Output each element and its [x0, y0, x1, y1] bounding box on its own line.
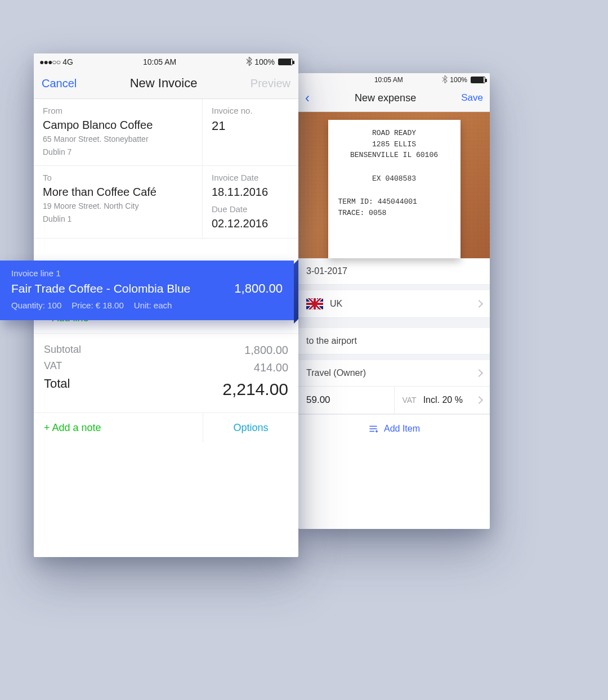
- price-value: € 18.00: [96, 300, 124, 310]
- totals-block: Subtotal VAT Total 1,800.00 414.00 2,214…: [34, 334, 298, 414]
- invoice-number-cell[interactable]: Invoice no. 21: [203, 99, 298, 166]
- from-addr1: 65 Manor Street. Stoneybatter: [43, 134, 193, 145]
- clock: 10:05 AM: [143, 57, 176, 66]
- receipt-line: BENSENVILLE IL 60106: [333, 150, 456, 161]
- to-name: More than Coffee Café: [43, 186, 193, 199]
- invoice-line-amount: 1,800.00: [234, 281, 283, 296]
- to-label: To: [43, 173, 193, 182]
- add-note-button[interactable]: + Add a note: [34, 413, 203, 443]
- invoice-no-label: Invoice no.: [212, 106, 289, 115]
- unit-label: Unit:: [134, 300, 151, 310]
- expense-category: Travel (Owner): [306, 368, 366, 378]
- flag-uk-icon: [306, 298, 323, 309]
- subtotal-value: 1,800.00: [222, 342, 288, 359]
- options-button[interactable]: Options: [203, 413, 298, 443]
- battery-pct: 100%: [450, 76, 467, 84]
- price-label: Price:: [71, 300, 93, 310]
- nav-bar: Cancel New Invoice Preview: [34, 70, 298, 99]
- invoice-line-meta: Quantity: 100 Price: € 18.00 Unit: each: [11, 300, 283, 310]
- to-addr1: 19 Moore Street. North City: [43, 201, 193, 212]
- expense-country: UK: [330, 299, 342, 309]
- expense-screen: ●●●○○ 4G 10:05 AM 100% ‹ New expense Sav…: [298, 73, 490, 529]
- vat-label: VAT: [44, 358, 222, 374]
- receipt-photo[interactable]: ROAD READY 1285 ELLIS BENSENVILLE IL 601…: [298, 112, 490, 258]
- to-cell[interactable]: To More than Coffee Café 19 Moore Street…: [34, 166, 203, 239]
- receipt-line: EX 0408583: [333, 173, 456, 185]
- battery-icon: [278, 59, 293, 65]
- add-item-icon: [368, 424, 378, 434]
- header-grid-row-2: To More than Coffee Café 19 Moore Street…: [34, 166, 298, 239]
- status-bar: ●●●○○ 4G 10:05 AM 100%: [34, 53, 298, 70]
- invoice-no-value: 21: [212, 119, 289, 133]
- signal-dots-icon: ●●●○○: [39, 57, 60, 66]
- battery-icon: [471, 77, 485, 83]
- nav-bar: ‹ New expense Save: [298, 87, 490, 112]
- invoice-date-value: 18.11.2016: [212, 186, 289, 199]
- receipt-paper: ROAD READY 1285 ELLIS BENSENVILLE IL 601…: [328, 120, 461, 258]
- preview-button[interactable]: Preview: [251, 77, 290, 90]
- chevron-right-icon: [475, 300, 483, 308]
- subtotal-label: Subtotal: [44, 342, 222, 358]
- options-label: Options: [233, 422, 268, 434]
- expense-date: 3-01-2017: [306, 266, 347, 276]
- nav-title: New Invoice: [130, 76, 198, 91]
- from-cell[interactable]: From Campo Blanco Coffee 65 Manor Street…: [34, 99, 203, 166]
- dates-cell[interactable]: Invoice Date 18.11.2016 Due Date 02.12.2…: [203, 166, 298, 239]
- vat-label: VAT: [403, 396, 417, 405]
- invoice-line-name: Fair Trade Coffee - Colombia Blue: [11, 282, 234, 295]
- battery-pct: 100%: [254, 57, 275, 66]
- qty-value: 100: [47, 300, 61, 310]
- vat-value: Incl. 20 %: [423, 395, 463, 405]
- add-item-button[interactable]: Add Item: [298, 414, 490, 443]
- to-addr2: Dublin 1: [43, 214, 193, 225]
- bluetooth-icon: [246, 57, 252, 68]
- chevron-right-icon: [475, 369, 483, 377]
- unit-value: each: [154, 300, 172, 310]
- save-button[interactable]: Save: [461, 92, 483, 104]
- invoice-date-label: Invoice Date: [212, 173, 289, 182]
- receipt-line: ROAD READY: [333, 128, 456, 139]
- expense-category-row[interactable]: Travel (Owner): [298, 355, 490, 387]
- header-grid-row-1: From Campo Blanco Coffee 65 Manor Street…: [34, 99, 298, 166]
- vat-value: 414.00: [222, 359, 288, 376]
- due-date-label: Due Date: [212, 204, 289, 214]
- from-name: Campo Blanco Coffee: [43, 119, 193, 132]
- expense-amount[interactable]: 59.00: [298, 387, 395, 414]
- receipt-line: 1285 ELLIS: [333, 139, 456, 150]
- chevron-right-icon: [475, 396, 483, 404]
- cancel-button[interactable]: Cancel: [42, 77, 77, 90]
- carrier-label: 4G: [62, 57, 73, 66]
- status-bar: ●●●○○ 4G 10:05 AM 100%: [298, 73, 490, 87]
- nav-title: New expense: [355, 92, 416, 104]
- bottom-row: + Add a note Options: [34, 413, 298, 443]
- expense-country-row[interactable]: UK: [298, 285, 490, 318]
- clock: 10:05 AM: [374, 76, 403, 84]
- due-date-value: 02.12.2016: [212, 217, 289, 230]
- expense-desc-row[interactable]: to the airport: [298, 318, 490, 355]
- add-item-label: Add Item: [384, 424, 420, 434]
- from-addr2: Dublin 7: [43, 147, 193, 158]
- receipt-line: TERM ID: 445044001: [333, 196, 456, 208]
- from-label: From: [43, 106, 193, 115]
- expense-vat-cell[interactable]: VAT Incl. 20 %: [395, 387, 490, 413]
- expense-amount-row: 59.00 VAT Incl. 20 %: [298, 387, 490, 414]
- receipt-line: TRACE: 0058: [333, 208, 456, 219]
- invoice-line-card[interactable]: Invoice line 1 Fair Trade Coffee - Colom…: [0, 261, 294, 320]
- add-note-label: + Add a note: [44, 422, 101, 433]
- back-button[interactable]: ‹: [305, 90, 310, 106]
- expense-desc: to the airport: [306, 336, 357, 346]
- total-value: 2,214.00: [222, 376, 288, 403]
- invoice-line-header: Invoice line 1: [11, 268, 283, 278]
- qty-label: Quantity:: [11, 300, 45, 310]
- total-label: Total: [44, 374, 222, 393]
- bluetooth-icon: [442, 75, 448, 85]
- expense-date-row[interactable]: 3-01-2017: [298, 258, 490, 285]
